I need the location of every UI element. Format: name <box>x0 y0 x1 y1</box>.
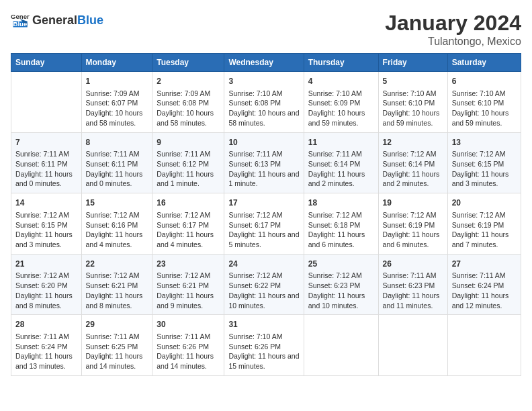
cell-w5-d4: 31Sunrise: 7:10 AM Sunset: 6:26 PM Dayli… <box>224 315 304 376</box>
day-info: Sunrise: 7:11 AM Sunset: 6:26 PM Dayligh… <box>157 332 220 371</box>
col-friday: Friday <box>378 54 447 72</box>
day-info: Sunrise: 7:10 AM Sunset: 6:08 PM Dayligh… <box>228 89 299 128</box>
day-info: Sunrise: 7:12 AM Sunset: 6:16 PM Dayligh… <box>86 210 148 250</box>
col-saturday: Saturday <box>447 54 521 72</box>
cell-w4-d6: 26Sunrise: 7:11 AM Sunset: 6:23 PM Dayli… <box>378 254 447 315</box>
col-tuesday: Tuesday <box>152 54 224 72</box>
day-number: 17 <box>228 197 299 209</box>
cell-w3-d4: 17Sunrise: 7:12 AM Sunset: 6:17 PM Dayli… <box>224 193 304 255</box>
title-area: January 2024 Tulantongo, Mexico <box>385 11 521 48</box>
logo-general-text: General <box>32 13 77 27</box>
col-thursday: Thursday <box>304 54 378 72</box>
day-number: 4 <box>308 76 374 87</box>
day-number: 20 <box>452 197 517 209</box>
day-info: Sunrise: 7:11 AM Sunset: 6:24 PM Dayligh… <box>15 332 77 371</box>
cell-w2-d3: 9Sunrise: 7:11 AM Sunset: 6:12 PM Daylig… <box>152 132 224 193</box>
day-info: Sunrise: 7:11 AM Sunset: 6:25 PM Dayligh… <box>86 332 148 371</box>
col-monday: Monday <box>81 54 152 72</box>
logo-blue-text: Blue <box>77 13 103 27</box>
day-info: Sunrise: 7:12 AM Sunset: 6:20 PM Dayligh… <box>15 271 77 310</box>
header-row: Sunday Monday Tuesday Wednesday Thursday… <box>11 54 521 72</box>
cell-w4-d3: 23Sunrise: 7:12 AM Sunset: 6:21 PM Dayli… <box>152 254 224 315</box>
logo-wordmark: GeneralBlue <box>32 13 103 28</box>
day-number: 23 <box>157 259 220 270</box>
cell-w1-d4: 3Sunrise: 7:10 AM Sunset: 6:08 PM Daylig… <box>224 72 304 133</box>
main-title: January 2024 <box>385 11 521 36</box>
cell-w5-d5 <box>304 315 378 376</box>
day-number: 10 <box>228 137 299 148</box>
cell-w3-d5: 18Sunrise: 7:12 AM Sunset: 6:18 PM Dayli… <box>304 193 378 255</box>
day-number: 9 <box>157 137 220 148</box>
day-number: 19 <box>383 197 443 209</box>
cell-w1-d1 <box>11 72 82 133</box>
calendar-table: Sunday Monday Tuesday Wednesday Thursday… <box>11 53 521 376</box>
day-info: Sunrise: 7:11 AM Sunset: 6:11 PM Dayligh… <box>15 149 77 189</box>
cell-w5-d7 <box>447 315 521 376</box>
day-info: Sunrise: 7:11 AM Sunset: 6:11 PM Dayligh… <box>86 149 148 189</box>
day-info: Sunrise: 7:12 AM Sunset: 6:21 PM Dayligh… <box>86 271 148 310</box>
day-number: 28 <box>15 319 77 330</box>
cell-w1-d2: 1Sunrise: 7:09 AM Sunset: 6:07 PM Daylig… <box>81 72 152 133</box>
day-number: 18 <box>308 197 374 209</box>
day-info: Sunrise: 7:12 AM Sunset: 6:15 PM Dayligh… <box>15 210 77 250</box>
week-row-2: 7Sunrise: 7:11 AM Sunset: 6:11 PM Daylig… <box>11 132 521 193</box>
day-number: 6 <box>452 76 517 87</box>
day-number: 16 <box>157 197 220 209</box>
calendar-header: Sunday Monday Tuesday Wednesday Thursday… <box>11 54 521 72</box>
cell-w3-d2: 15Sunrise: 7:12 AM Sunset: 6:16 PM Dayli… <box>81 193 152 255</box>
day-number: 22 <box>86 259 148 270</box>
week-row-4: 21Sunrise: 7:12 AM Sunset: 6:20 PM Dayli… <box>11 254 521 315</box>
day-info: Sunrise: 7:12 AM Sunset: 6:17 PM Dayligh… <box>228 210 299 250</box>
day-number: 30 <box>157 319 220 330</box>
day-number: 11 <box>308 137 374 148</box>
day-number: 1 <box>86 76 148 87</box>
day-info: Sunrise: 7:10 AM Sunset: 6:09 PM Dayligh… <box>308 89 374 128</box>
cell-w4-d2: 22Sunrise: 7:12 AM Sunset: 6:21 PM Dayli… <box>81 254 152 315</box>
cell-w3-d1: 14Sunrise: 7:12 AM Sunset: 6:15 PM Dayli… <box>11 193 82 255</box>
cell-w4-d5: 25Sunrise: 7:12 AM Sunset: 6:23 PM Dayli… <box>304 254 378 315</box>
day-number: 7 <box>15 137 77 148</box>
cell-w1-d3: 2Sunrise: 7:09 AM Sunset: 6:08 PM Daylig… <box>152 72 224 133</box>
cell-w2-d5: 11Sunrise: 7:11 AM Sunset: 6:14 PM Dayli… <box>304 132 378 193</box>
week-row-1: 1Sunrise: 7:09 AM Sunset: 6:07 PM Daylig… <box>11 72 521 133</box>
day-number: 21 <box>15 259 77 270</box>
week-row-3: 14Sunrise: 7:12 AM Sunset: 6:15 PM Dayli… <box>11 193 521 255</box>
col-sunday: Sunday <box>11 54 82 72</box>
day-info: Sunrise: 7:11 AM Sunset: 6:12 PM Dayligh… <box>157 149 220 189</box>
cell-w5-d1: 28Sunrise: 7:11 AM Sunset: 6:24 PM Dayli… <box>11 315 82 376</box>
cell-w5-d2: 29Sunrise: 7:11 AM Sunset: 6:25 PM Dayli… <box>81 315 152 376</box>
day-info: Sunrise: 7:10 AM Sunset: 6:26 PM Dayligh… <box>228 332 299 371</box>
cell-w4-d7: 27Sunrise: 7:11 AM Sunset: 6:24 PM Dayli… <box>447 254 521 315</box>
svg-text:Blue: Blue <box>13 20 28 28</box>
cell-w3-d7: 20Sunrise: 7:12 AM Sunset: 6:19 PM Dayli… <box>447 193 521 255</box>
cell-w5-d6 <box>378 315 447 376</box>
cell-w2-d2: 8Sunrise: 7:11 AM Sunset: 6:11 PM Daylig… <box>81 132 152 193</box>
day-info: Sunrise: 7:12 AM Sunset: 6:21 PM Dayligh… <box>157 271 220 310</box>
cell-w5-d3: 30Sunrise: 7:11 AM Sunset: 6:26 PM Dayli… <box>152 315 224 376</box>
cell-w1-d5: 4Sunrise: 7:10 AM Sunset: 6:09 PM Daylig… <box>304 72 378 133</box>
day-number: 5 <box>383 76 443 87</box>
header-area: General Blue GeneralBlue January 2024 Tu… <box>11 11 521 48</box>
cell-w2-d6: 12Sunrise: 7:12 AM Sunset: 6:14 PM Dayli… <box>378 132 447 193</box>
day-info: Sunrise: 7:09 AM Sunset: 6:07 PM Dayligh… <box>86 89 148 128</box>
day-number: 29 <box>86 319 148 330</box>
cell-w3-d3: 16Sunrise: 7:12 AM Sunset: 6:17 PM Dayli… <box>152 193 224 255</box>
col-wednesday: Wednesday <box>224 54 304 72</box>
day-info: Sunrise: 7:09 AM Sunset: 6:08 PM Dayligh… <box>157 89 220 128</box>
day-number: 14 <box>15 197 77 209</box>
cell-w1-d7: 6Sunrise: 7:10 AM Sunset: 6:10 PM Daylig… <box>447 72 521 133</box>
day-number: 25 <box>308 259 374 270</box>
day-number: 26 <box>383 259 443 270</box>
day-info: Sunrise: 7:11 AM Sunset: 6:23 PM Dayligh… <box>383 271 443 310</box>
day-info: Sunrise: 7:10 AM Sunset: 6:10 PM Dayligh… <box>452 89 517 128</box>
day-info: Sunrise: 7:10 AM Sunset: 6:10 PM Dayligh… <box>383 89 443 128</box>
cell-w3-d6: 19Sunrise: 7:12 AM Sunset: 6:19 PM Dayli… <box>378 193 447 255</box>
day-info: Sunrise: 7:11 AM Sunset: 6:14 PM Dayligh… <box>308 149 374 189</box>
subtitle: Tulantongo, Mexico <box>385 36 521 48</box>
day-info: Sunrise: 7:12 AM Sunset: 6:18 PM Dayligh… <box>308 210 374 250</box>
day-info: Sunrise: 7:12 AM Sunset: 6:19 PM Dayligh… <box>452 210 517 250</box>
day-info: Sunrise: 7:12 AM Sunset: 6:14 PM Dayligh… <box>383 149 443 189</box>
day-number: 2 <box>157 76 220 87</box>
cell-w4-d1: 21Sunrise: 7:12 AM Sunset: 6:20 PM Dayli… <box>11 254 82 315</box>
day-number: 31 <box>228 319 299 330</box>
